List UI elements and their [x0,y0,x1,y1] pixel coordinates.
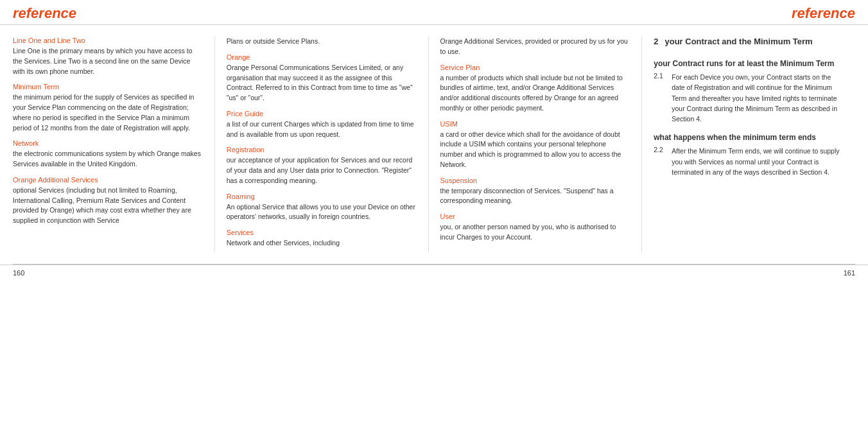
para-line-one: Line One is the primary means by which y… [13,46,203,76]
heading-services: Services [227,229,417,236]
para-user: you, or another person named by you, who… [440,222,630,243]
heading-price-guide: Price Guide [227,110,417,118]
column-4: 2 your Contract and the Minimum Term you… [642,37,855,252]
subsection-min-term-ends-heading: what happens when the minimum term ends [654,133,844,142]
heading-roaming: Roaming [227,193,417,200]
main-content: Line One and Line Two Line One is the pr… [0,25,868,264]
para-suspension: the temporary disconnection of Services.… [440,186,630,207]
column-1: Line One and Line Two Line One is the pr… [13,37,215,252]
section-title: your Contract and the Minimum Term [654,37,844,46]
para-services: Network and other Services, including [227,238,417,248]
page-number-right: 161 [844,269,855,277]
subsection-2-1: 2.1 For each Device you own, your Contra… [654,72,844,124]
header-right-title: reference [792,5,855,22]
header-left-title: reference [13,5,76,22]
heading-orange: Orange [227,53,417,61]
para-price-guide: a list of our current Charges which is u… [227,119,417,140]
footer: 160 161 [0,265,868,281]
subsection-min-term-heading: your Contract runs for at least the Mini… [654,59,844,68]
section-number: 2 [654,37,658,46]
heading-registration: Registration [227,146,417,153]
subsection-2-2: 2.2 After the Minimum Term ends, we will… [654,146,844,177]
bold-heading-1: your Contract runs for at least the Mini… [654,59,844,68]
para-roaming: An optional Service that allows you to u… [227,202,417,223]
para-orange: Orange Personal Communications Services … [227,63,417,103]
para-orange-additional-services: Orange Additional Services, provided or … [440,37,630,57]
para-plans-outside: Plans or outside Service Plans. [227,37,417,47]
sub-text-2-1: For each Device you own, your Contract s… [672,72,844,124]
heading-usim: USIM [440,120,630,128]
para-minimum-term: the minimum period for the supply of Ser… [13,92,203,133]
sub-text-2-2: After the Minimum Term ends, we will con… [672,146,844,177]
para-usim: a card or other device which shall for t… [440,130,630,170]
heading-service-plan: Service Plan [440,64,630,71]
heading-user: User [440,213,630,220]
bold-heading-2: what happens when the minimum term ends [654,133,844,142]
sub-num-2-1: 2.1 [654,72,666,80]
para-orange-additional: optional Services (including but not lim… [13,186,203,226]
para-service-plan: a number of products which shall include… [440,73,630,114]
heading-network: Network [13,139,203,147]
heading-orange-additional: Orange Additional Services [13,176,203,184]
column-3: Orange Additional Services, provided or … [429,37,643,252]
column-2: Plans or outside Service Plans. Orange O… [215,37,429,252]
page-number-left: 160 [13,269,24,277]
para-network: the electronic communications system by … [13,149,203,170]
heading-line-one: Line One and Line Two [13,37,203,44]
header: reference reference [0,0,868,25]
heading-minimum-term: Minimum Term [13,83,203,91]
heading-suspension: Suspension [440,177,630,184]
sub-num-2-2: 2.2 [654,146,666,153]
para-registration: our acceptance of your application for S… [227,155,417,186]
page: reference reference Line One and Line Tw… [0,0,868,427]
